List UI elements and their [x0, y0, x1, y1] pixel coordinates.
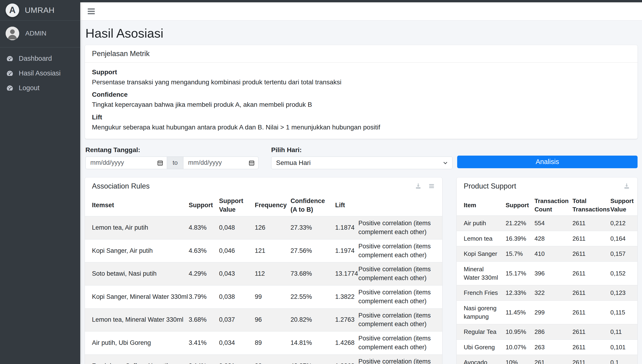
cell-total-transactions: 2611: [569, 216, 607, 231]
table-row: Nasi goreng kampung11.45%29926110,115: [457, 300, 637, 324]
gauge-icon: [6, 55, 14, 62]
cell-total-transactions: 2611: [569, 285, 607, 300]
cell-support: 12.33%: [502, 285, 531, 300]
association-rules-card: Association Rules Itemset: [85, 178, 442, 364]
end-date-input[interactable]: [188, 159, 245, 166]
top-strip: [0, 0, 642, 2]
table-row: Kopi Sanger, Mineral Water 330ml3.79%0,0…: [85, 285, 442, 308]
filters-row: Rentang Tanggal: to Pilih Hari:: [85, 146, 637, 169]
association-rules-body: Lemon tea, Air putih4.83%0,04812627.33%1…: [85, 216, 442, 364]
user-panel: ADMIN: [0, 20, 80, 48]
gauge-icon: [6, 70, 14, 77]
sidebar-menu: Dashboard Hasil Asosiasi Logout: [0, 48, 80, 99]
end-date-field: [183, 156, 259, 169]
col-support-value: Support Value: [607, 195, 637, 216]
analyze-group: Analisis: [457, 146, 637, 168]
product-support-title: Product Support: [464, 182, 516, 190]
metrics-card-title: Penjelasan Metrik: [92, 50, 149, 58]
col-itemset: Itemset: [85, 195, 185, 216]
cell-note: Positive correlation (items complement e…: [355, 308, 442, 332]
cell-support-value: 0,048: [215, 216, 251, 240]
hamburger-icon[interactable]: [88, 8, 96, 15]
cell-confidence: 22.55%: [287, 285, 332, 308]
col-note: [355, 195, 442, 216]
sidebar-item-hasil-asosiasi[interactable]: Hasil Asosiasi: [0, 66, 80, 80]
table-row: Ubi Goreng10.07%26326110,101: [457, 340, 637, 355]
metric-desc: Mengukur seberapa kuat hubungan antara p…: [92, 123, 630, 132]
cell-confidence: 42.27%: [287, 354, 332, 364]
cell-support: 10.07%: [502, 340, 531, 355]
cell-transaction-count: 410: [531, 246, 569, 262]
sidebar-item-logout[interactable]: Logout: [0, 80, 80, 95]
sidebar-item-dashboard[interactable]: Dashboard: [0, 51, 80, 66]
cell-item: Ubi Goreng: [457, 340, 502, 355]
cell-confidence: 27.33%: [287, 216, 332, 240]
main-content: Hasil Asosiasi Penjelasan Metrik Support…: [80, 20, 642, 364]
col-confidence: Confidence (A to B): [287, 195, 332, 216]
cell-confidence: 14.81%: [287, 332, 332, 355]
sidebar-item-label: Dashboard: [19, 55, 52, 62]
cell-total-transactions: 2611: [569, 262, 607, 285]
start-date-field: [85, 156, 167, 169]
col-total-transactions: Total Transactions: [569, 195, 607, 216]
cell-lift: 1.1974: [332, 239, 355, 262]
col-support: Support: [185, 195, 216, 216]
cell-support: 10%: [502, 355, 531, 364]
cell-note: Positive correlation (items complement e…: [355, 262, 442, 286]
cell-support: 4.63%: [185, 239, 216, 262]
download-icon[interactable]: [414, 182, 422, 190]
col-support-value: Support Value: [215, 195, 251, 216]
cell-support: 21.22%: [502, 216, 531, 231]
cell-itemset: Lemon tea, Air putih: [85, 216, 185, 240]
table-row: French Fries12.33%32226110,123: [457, 285, 637, 300]
brand[interactable]: A UMRAH: [0, 0, 80, 20]
cell-support: 3.41%: [185, 332, 216, 355]
analyze-button[interactable]: Analisis: [457, 156, 637, 168]
cell-support-value: 0,115: [607, 300, 637, 324]
avatar: [6, 27, 19, 40]
cell-transaction-count: 322: [531, 285, 569, 300]
sidebar-item-label: Logout: [19, 84, 40, 92]
cell-support-value: 0,152: [607, 262, 637, 285]
date-range-to-label: to: [167, 156, 183, 169]
cell-support: 3.68%: [185, 308, 216, 332]
cell-total-transactions: 2611: [569, 231, 607, 246]
metric-desc: Tingkat kepercayaan bahwa jika membeli p…: [92, 100, 630, 109]
table-row: Air putih, Ubi Goreng3.41%0,0348914.81%1…: [85, 332, 442, 355]
cell-frequency: 126: [251, 216, 287, 240]
cell-frequency: 99: [251, 285, 287, 308]
product-support-card: Product Support Item Support Transaction…: [457, 178, 637, 364]
metrics-card-body: Support Persentase transaksi yang mengan…: [85, 62, 637, 139]
cell-support-value: 0,212: [607, 216, 637, 231]
cell-transaction-count: 396: [531, 262, 569, 285]
list-icon[interactable]: [428, 182, 435, 190]
calendar-icon[interactable]: [248, 160, 255, 166]
cell-confidence: 73.68%: [287, 262, 332, 286]
start-date-input[interactable]: [90, 159, 154, 166]
cell-item: Air putih: [457, 216, 502, 231]
cell-confidence: 20.82%: [287, 308, 332, 332]
card-tools: [414, 182, 435, 190]
date-range-label: Rentang Tanggal:: [85, 146, 259, 154]
cell-frequency: 112: [251, 262, 287, 286]
cell-transaction-count: 261: [531, 355, 569, 364]
day-select[interactable]: Semua Hari: [271, 156, 453, 169]
cell-support: 3.14%: [185, 354, 216, 364]
table-row: Kopi Sanger, Air putih4.63%0,04612127.56…: [85, 239, 442, 262]
cell-item: Avocado: [457, 355, 502, 364]
calendar-icon[interactable]: [157, 160, 163, 166]
cell-support-value: 0,038: [215, 285, 251, 308]
day-filter-label: Pilih Hari:: [271, 146, 453, 154]
cell-support-value: 0,031: [215, 354, 251, 364]
cell-item: Nasi goreng kampung: [457, 300, 502, 324]
cell-confidence: 27.56%: [287, 239, 332, 262]
cell-support: 16.39%: [502, 231, 531, 246]
cell-transaction-count: 299: [531, 300, 569, 324]
cell-support: 15.7%: [502, 246, 531, 262]
cell-lift: 1.4268: [332, 332, 355, 355]
brand-text: UMRAH: [25, 6, 55, 15]
association-rules-header: Association Rules: [85, 178, 442, 195]
card-tools: [623, 182, 630, 190]
table-row: Lemon tea16.39%42826110,164: [457, 231, 637, 246]
download-icon[interactable]: [623, 182, 630, 190]
